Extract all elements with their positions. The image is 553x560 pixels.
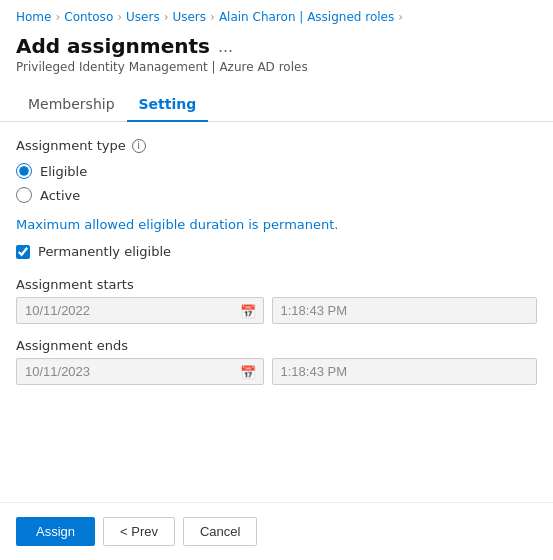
permanently-eligible-checkbox[interactable] [16, 245, 30, 259]
breadcrumb-assigned-roles[interactable]: Alain Charon | Assigned roles [219, 10, 394, 24]
breadcrumb-sep-3: › [164, 10, 169, 24]
tabs-container: Membership Setting [0, 88, 553, 122]
prev-button[interactable]: < Prev [103, 517, 175, 546]
page-title: Add assignments [16, 34, 210, 58]
assignment-starts-date-input[interactable] [16, 297, 264, 324]
assignment-type-section: Assignment type i [16, 138, 537, 153]
calendar-icon-starts[interactable]: 📅 [240, 303, 256, 318]
assign-button[interactable]: Assign [16, 517, 95, 546]
assignment-starts-date-wrap: 📅 [16, 297, 264, 324]
assignment-starts-group: Assignment starts 📅 [16, 277, 537, 324]
assignment-starts-row: 📅 [16, 297, 537, 324]
breadcrumb: Home › Contoso › Users › Users › Alain C… [0, 0, 553, 30]
permanently-eligible-label: Permanently eligible [38, 244, 171, 259]
info-icon[interactable]: i [132, 139, 146, 153]
radio-eligible-label: Eligible [40, 164, 87, 179]
assignment-ends-group: Assignment ends 📅 [16, 338, 537, 385]
radio-eligible-input[interactable] [16, 163, 32, 179]
breadcrumb-sep-1: › [55, 10, 60, 24]
assignment-starts-time-input[interactable] [272, 297, 538, 324]
breadcrumb-contoso[interactable]: Contoso [64, 10, 113, 24]
assignment-starts-label: Assignment starts [16, 277, 537, 292]
radio-active-input[interactable] [16, 187, 32, 203]
page-wrapper: Home › Contoso › Users › Users › Alain C… [0, 0, 553, 560]
info-message: Maximum allowed eligible duration is per… [16, 217, 537, 232]
breadcrumb-users-1[interactable]: Users [126, 10, 160, 24]
calendar-icon-ends[interactable]: 📅 [240, 364, 256, 379]
tab-setting[interactable]: Setting [127, 88, 209, 122]
page-header: Add assignments ... Privileged Identity … [0, 30, 553, 78]
page-subtitle: Privileged Identity Management | Azure A… [16, 60, 537, 74]
breadcrumb-home[interactable]: Home [16, 10, 51, 24]
assignment-ends-date-input[interactable] [16, 358, 264, 385]
radio-eligible[interactable]: Eligible [16, 163, 537, 179]
assignment-ends-date-wrap: 📅 [16, 358, 264, 385]
more-options-icon[interactable]: ... [218, 37, 233, 56]
radio-active-label: Active [40, 188, 80, 203]
breadcrumb-users-2[interactable]: Users [172, 10, 206, 24]
assignment-type-label: Assignment type [16, 138, 126, 153]
assignment-type-radio-group: Eligible Active [16, 163, 537, 203]
radio-active[interactable]: Active [16, 187, 537, 203]
permanently-eligible-row: Permanently eligible [16, 244, 537, 259]
assignment-ends-label: Assignment ends [16, 338, 537, 353]
assignment-ends-time-input[interactable] [272, 358, 538, 385]
breadcrumb-sep-5: › [398, 10, 403, 24]
assignment-ends-row: 📅 [16, 358, 537, 385]
footer: Assign < Prev Cancel [0, 502, 553, 560]
breadcrumb-sep-4: › [210, 10, 215, 24]
breadcrumb-sep-2: › [117, 10, 122, 24]
cancel-button[interactable]: Cancel [183, 517, 257, 546]
content-area: Assignment type i Eligible Active Maximu… [0, 122, 553, 415]
tab-membership[interactable]: Membership [16, 88, 127, 122]
